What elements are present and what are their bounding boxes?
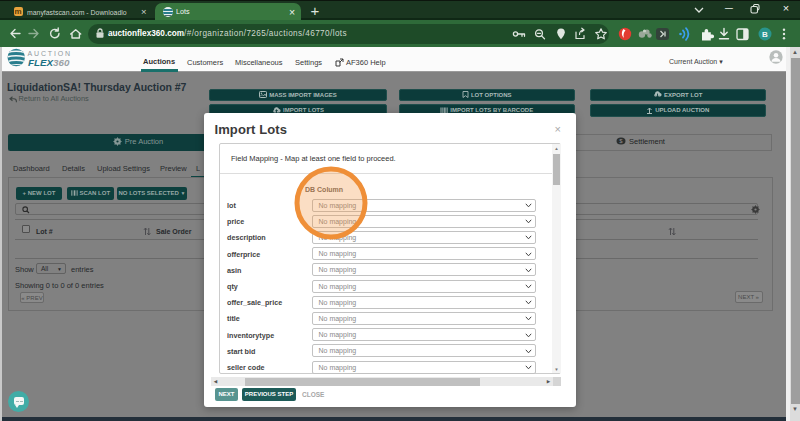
svg-text:FLEX360: FLEX360	[28, 57, 70, 68]
svg-text:B: B	[762, 30, 768, 39]
